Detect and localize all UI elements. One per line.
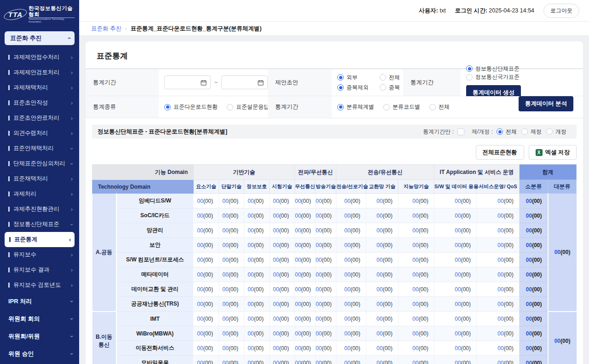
- stat-cell[interactable]: 00(00): [270, 208, 295, 223]
- draft-option-외부[interactable]: 외부: [337, 74, 380, 81]
- sidebar-item-단체표준안심의처리[interactable]: 단체표준안심의처리›: [5, 156, 75, 171]
- stat-cell[interactable]: 00(00): [366, 267, 398, 282]
- stat-cell[interactable]: 00(00): [295, 267, 316, 282]
- stat-cell[interactable]: 00(00): [244, 238, 270, 253]
- sidebar-section-위원회 회의[interactable]: 위원회 회의›: [0, 310, 79, 328]
- stat-cell[interactable]: 00(00): [244, 194, 270, 208]
- all-standards-button[interactable]: 전체표준현황: [476, 145, 524, 160]
- stat-cell[interactable]: 00(00): [244, 312, 270, 326]
- stat-cell[interactable]: 00(00): [336, 267, 366, 282]
- stat-cell[interactable]: 00(00): [398, 223, 434, 238]
- stat-cell[interactable]: 00(00): [366, 238, 398, 253]
- stat-cell[interactable]: 00(00): [316, 253, 336, 267]
- stat-cell[interactable]: 00(00): [366, 282, 398, 297]
- stat-cell[interactable]: 00(00): [194, 282, 219, 297]
- stat-cell[interactable]: 00(00): [219, 312, 244, 326]
- period2-option-전체[interactable]: 전체: [429, 103, 450, 111]
- stat-cell[interactable]: 00(00): [434, 341, 477, 356]
- stat-cell[interactable]: 00(00): [295, 297, 316, 312]
- sidebar-item-정보통신단체표준[interactable]: 정보통신단체표준›: [5, 217, 75, 232]
- stat-cell[interactable]: 00(00): [366, 341, 398, 356]
- tta-logo[interactable]: TTA 한국정보통신기술협회 Telecommunications Techno…: [0, 0, 79, 28]
- stat-cell[interactable]: 00(00): [434, 356, 477, 364]
- stat-cell[interactable]: 00(00): [194, 341, 219, 356]
- stat-cell[interactable]: 00(00): [316, 341, 336, 356]
- stat-cell[interactable]: 00(00): [244, 282, 270, 297]
- stat-cell[interactable]: 00(00): [477, 223, 520, 238]
- stat-cell[interactable]: 00(00): [336, 356, 366, 364]
- stat-cell[interactable]: 00(00): [366, 208, 398, 223]
- stat-cell[interactable]: 00(00): [398, 208, 434, 223]
- stat-cell[interactable]: 00(00): [398, 267, 434, 282]
- revision-option-개정[interactable]: 개정: [546, 128, 566, 136]
- stat-cell[interactable]: 00(00): [477, 312, 520, 326]
- stat-cell[interactable]: 00(00): [398, 356, 434, 364]
- stat-cell[interactable]: 00(00): [270, 267, 295, 282]
- stat-cell[interactable]: 00(00): [194, 223, 219, 238]
- row-subtotal-cell[interactable]: 00(00): [520, 267, 548, 282]
- stat-cell[interactable]: 00(00): [244, 253, 270, 267]
- stat-cell[interactable]: 00(00): [194, 208, 219, 223]
- stat-cell[interactable]: 00(00): [434, 194, 477, 208]
- stat-cell[interactable]: 00(00): [366, 297, 398, 312]
- sidebar-item-과제채택처리[interactable]: 과제채택처리›: [5, 80, 75, 95]
- stat-cell[interactable]: 00(00): [336, 238, 366, 253]
- stat-cell[interactable]: 00(00): [295, 253, 316, 267]
- stat-cell[interactable]: 00(00): [316, 312, 336, 326]
- draft-option-중복제외[interactable]: 중복제외: [337, 84, 380, 92]
- stat-cell[interactable]: 00(00): [398, 297, 434, 312]
- sidebar-item-표준초안완료처리[interactable]: 표준초안완료처리›: [5, 110, 75, 126]
- stat-cell[interactable]: 00(00): [295, 356, 316, 364]
- sidebar-section-위원회/위원[interactable]: 위원회/위원›: [0, 328, 79, 345]
- stat-cell[interactable]: 00(00): [270, 356, 295, 364]
- stat-cell[interactable]: 00(00): [316, 194, 336, 208]
- stat-cell[interactable]: 00(00): [270, 194, 295, 208]
- row-subtotal-cell[interactable]: 00(00): [520, 282, 548, 297]
- stat-cell[interactable]: 00(00): [219, 282, 244, 297]
- group-total-cell[interactable]: 00(00): [548, 194, 577, 312]
- stat-cell[interactable]: 00(00): [295, 208, 316, 223]
- draft-option-전체[interactable]: 전체: [380, 74, 400, 81]
- stat-cell[interactable]: 00(00): [477, 238, 520, 253]
- stat-cell[interactable]: 00(00): [194, 312, 219, 326]
- sidebar-item-유지보수[interactable]: 유지보수›: [5, 247, 75, 262]
- stat-cell[interactable]: 00(00): [219, 253, 244, 267]
- revision-option-제정[interactable]: 제정: [521, 128, 542, 136]
- stat-cell[interactable]: 00(00): [219, 223, 244, 238]
- stat-cell[interactable]: 00(00): [244, 208, 270, 223]
- stat-cell[interactable]: 00(00): [270, 341, 295, 356]
- stat-cell[interactable]: 00(00): [194, 267, 219, 282]
- stat-cell[interactable]: 00(00): [194, 326, 219, 341]
- stat-cell[interactable]: 00(00): [336, 253, 366, 267]
- sidebar-item-과제처리[interactable]: 과제처리›: [5, 186, 75, 202]
- stat-cell[interactable]: 00(00): [434, 282, 477, 297]
- stat-cell[interactable]: 00(00): [336, 208, 366, 223]
- stat-cell[interactable]: 00(00): [398, 312, 434, 326]
- draft-option-중복[interactable]: 중복: [380, 84, 400, 92]
- stat-cell[interactable]: 00(00): [434, 223, 477, 238]
- row-subtotal-cell[interactable]: 00(00): [520, 356, 548, 364]
- standard-type-option-정보통신국가표준[interactable]: 정보통신국가표준: [466, 73, 520, 81]
- row-subtotal-cell[interactable]: 00(00): [520, 312, 548, 326]
- date-from-input[interactable]: [164, 75, 211, 89]
- breadcrumb-parent-link[interactable]: 표준화 추진: [91, 25, 121, 33]
- stat-cell[interactable]: 00(00): [295, 238, 316, 253]
- stat-cell[interactable]: 00(00): [194, 253, 219, 267]
- stat-cell[interactable]: 00(00): [244, 223, 270, 238]
- stat-cell[interactable]: 00(00): [295, 223, 316, 238]
- stat-cell[interactable]: 00(00): [366, 223, 398, 238]
- sidebar-item-과제추진현황관리[interactable]: 과제추진현황관리›: [5, 202, 75, 217]
- stat-cell[interactable]: 00(00): [194, 238, 219, 253]
- stat-cell[interactable]: 00(00): [316, 297, 336, 312]
- stat-cell[interactable]: 00(00): [434, 253, 477, 267]
- sidebar-item-과제제안접수처리[interactable]: 과제제안접수처리›: [5, 50, 75, 65]
- sidebar-item-과제제안검토처리[interactable]: 과제제안검토처리›: [5, 65, 75, 80]
- stat-cell[interactable]: 00(00): [398, 341, 434, 356]
- logout-button[interactable]: 로그아웃: [543, 4, 579, 18]
- stat-cell[interactable]: 00(00): [366, 356, 398, 364]
- stat-cell[interactable]: 00(00): [434, 312, 477, 326]
- analyze-stat-data-button[interactable]: 통계데이터 분석: [519, 96, 573, 111]
- stat-cell[interactable]: 00(00): [434, 297, 477, 312]
- stat-cell[interactable]: 00(00): [244, 267, 270, 282]
- stat-cell[interactable]: 00(00): [219, 267, 244, 282]
